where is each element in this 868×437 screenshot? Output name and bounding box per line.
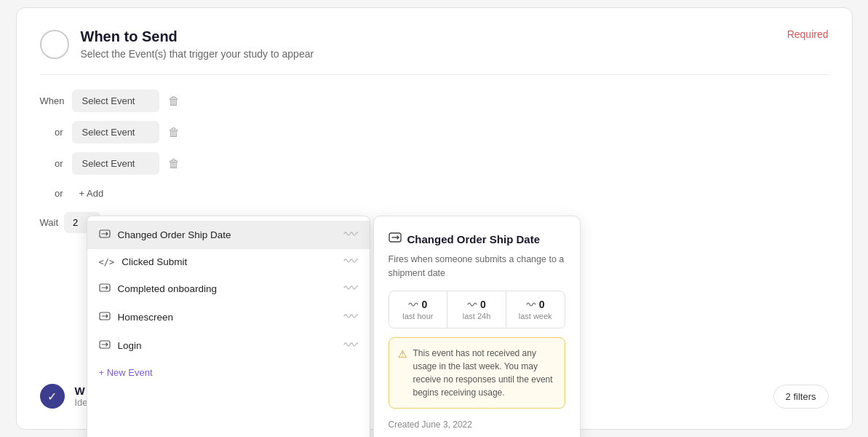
event-icon-clicked-submit: </>	[99, 257, 115, 267]
event-row-2: or Select Event 🗑	[40, 121, 829, 143]
trash-icon-1[interactable]: 🗑	[168, 95, 180, 108]
dropdown-item-label-login: Login	[118, 340, 142, 351]
filters-button[interactable]: 2 filters	[773, 385, 829, 409]
trash-icon-3[interactable]: 🗑	[168, 157, 180, 170]
row-label-or-3: or	[40, 158, 63, 169]
header-text: When to Send Select the Event(s) that tr…	[81, 28, 314, 60]
divider	[40, 74, 829, 75]
dropdown-item-label-homescreen: Homescreen	[118, 312, 174, 323]
detail-panel-title: Changed Order Ship Date	[407, 233, 541, 245]
dropdown-container: Changed Order Ship Date </> Clicked Subm…	[87, 216, 581, 437]
dropdown-item-completed-onboarding[interactable]: Completed onboarding	[87, 275, 370, 303]
wave-icon-login	[343, 340, 358, 351]
detail-panel: Changed Order Ship Date Fires when someo…	[373, 216, 581, 437]
select-event-button-3[interactable]: Select Event	[72, 152, 159, 175]
select-event-button-1[interactable]: Select Event	[72, 90, 159, 112]
warning-text: This event has not received any usage in…	[413, 347, 556, 399]
dropdown-item-label-changed-order: Changed Order Ship Date	[118, 229, 231, 240]
dropdown-list: Changed Order Ship Date </> Clicked Subm…	[87, 216, 370, 437]
event-icon-homescreen	[99, 310, 111, 324]
event-row-1: When Select Event 🗑	[40, 90, 829, 112]
required-badge: Required	[787, 28, 829, 40]
row-label-when: When	[40, 95, 63, 106]
check-mark: ✓	[47, 390, 57, 403]
dropdown-item-label-completed-onboarding: Completed onboarding	[118, 283, 218, 294]
event-icon-changed-order	[99, 228, 111, 242]
stat-label-last-week: last week	[512, 312, 559, 320]
wave-icon-changed-order	[343, 229, 358, 240]
dropdown-item-homescreen[interactable]: Homescreen	[87, 303, 370, 331]
stat-label-last-hour: last hour	[395, 312, 442, 320]
stat-item-last-week: 0 last week	[506, 291, 565, 328]
stat-value-last-hour: 0	[421, 299, 427, 310]
stat-value-last-24h: 0	[480, 299, 486, 310]
row-label-or-2: or	[40, 127, 63, 138]
stat-value-last-week: 0	[539, 299, 545, 310]
header-left: When to Send Select the Event(s) that tr…	[40, 28, 314, 60]
warning-box: ⚠ This event has not received any usage …	[389, 337, 565, 409]
main-card: When to Send Select the Event(s) that tr…	[16, 7, 853, 430]
add-event-row: or + Add	[40, 184, 829, 203]
wave-icon-clicked-submit	[343, 256, 358, 267]
new-event-link[interactable]: + New Event	[87, 360, 370, 385]
stats-row: 0 last hour 0 last 24h 0 last	[389, 291, 565, 328]
detail-panel-event-icon	[389, 231, 402, 247]
trash-icon-2[interactable]: 🗑	[168, 126, 180, 139]
event-row-3: or Select Event 🗑	[40, 152, 829, 175]
header-row: When to Send Select the Event(s) that tr…	[40, 28, 829, 60]
wave-icon-homescreen	[343, 312, 358, 323]
event-icon-completed-onboarding	[99, 282, 111, 296]
warning-icon: ⚠	[398, 348, 407, 399]
select-event-button-2[interactable]: Select Event	[72, 121, 159, 143]
wait-label: Wait	[40, 217, 59, 228]
created-text: Created June 3, 2022	[389, 420, 472, 430]
detail-panel-description: Fires when someone submits a change to a…	[389, 253, 565, 280]
wave-icon-completed-onboarding	[343, 283, 358, 294]
detail-panel-header: Changed Order Ship Date	[389, 231, 565, 247]
event-icon-login	[99, 339, 111, 353]
section-title: When to Send	[81, 28, 314, 45]
dropdown-item-clicked-submit[interactable]: </> Clicked Submit	[87, 249, 370, 275]
add-event-button[interactable]: + Add	[72, 184, 111, 203]
dropdown-item-label-clicked-submit: Clicked Submit	[122, 256, 187, 267]
section-circle-icon	[40, 30, 69, 59]
dropdown-item-changed-order[interactable]: Changed Order Ship Date	[87, 221, 370, 249]
row-label-or-add: or	[40, 188, 63, 199]
dropdown-item-login[interactable]: Login	[87, 331, 370, 360]
stat-item-last-24h: 0 last 24h	[447, 291, 506, 328]
stat-item-last-hour: 0 last hour	[389, 291, 448, 328]
stat-label-last-24h: last 24h	[453, 312, 500, 320]
section-subtitle: Select the Event(s) that trigger your st…	[81, 48, 314, 60]
check-circle-icon: ✓	[40, 384, 65, 409]
